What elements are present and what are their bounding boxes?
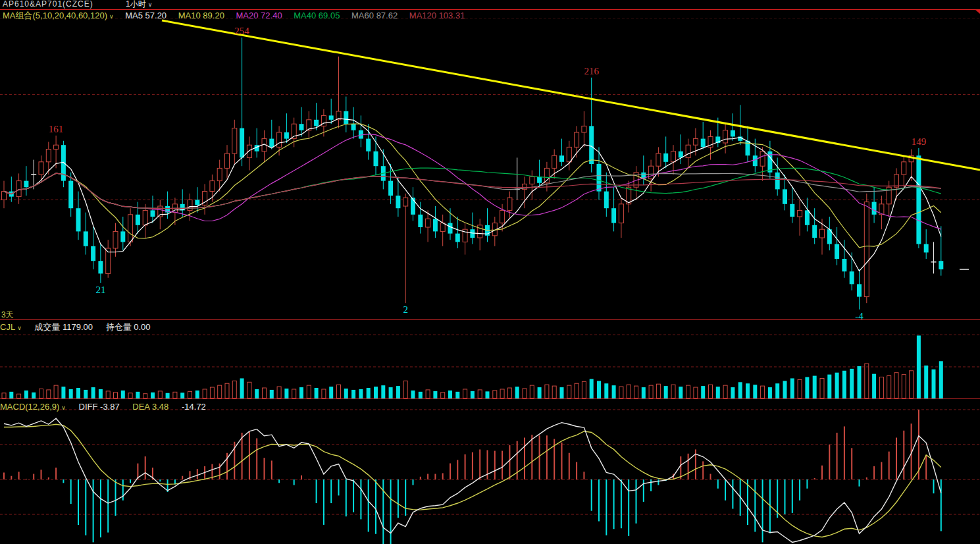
diff-readout: DIFF -3.87 — [79, 402, 120, 412]
macd-value-readout: -14.72 — [182, 402, 206, 412]
volume-indicator-selector[interactable]: CJL∨ — [0, 322, 22, 332]
ma-indicator-bar: MA组合(5,10,20,40,60,120)∨ MA5 57.20 MA10 … — [0, 11, 980, 20]
ma-indicator-selector[interactable]: MA组合(5,10,20,40,60,120)∨ — [3, 11, 114, 20]
svg-text:3天: 3天 — [1, 310, 14, 319]
macd-indicator-name: MACD(12,26,9) — [0, 402, 59, 412]
svg-text:161: 161 — [49, 124, 64, 134]
trading-terminal: AP610&AP701(CZCE) 1小时∨ MA组合(5,10,20,40,6… — [0, 0, 980, 544]
timeframe-label: 1小时 — [126, 0, 146, 9]
ma5-readout: MA5 57.20 — [125, 11, 167, 20]
title-bar: AP610&AP701(CZCE) 1小时∨ — [0, 0, 980, 10]
ma20-readout: MA20 72.40 — [236, 11, 282, 20]
chevron-down-icon: ∨ — [17, 325, 22, 331]
svg-text:149: 149 — [912, 136, 927, 147]
open-interest-readout: 持仓量 0.00 — [106, 322, 151, 332]
ma40-readout: MA40 69.05 — [294, 11, 340, 20]
dea-readout: DEA 3.48 — [132, 402, 168, 412]
svg-text:2: 2 — [403, 304, 408, 315]
ma120-readout: MA120 103.31 — [409, 11, 465, 20]
svg-text:216: 216 — [584, 66, 599, 76]
volume-indicator-name: CJL — [0, 322, 15, 332]
svg-text:-4: -4 — [855, 311, 864, 321]
chevron-down-icon: ∨ — [61, 404, 66, 411]
volume-readout: 成交量 1179.00 — [34, 322, 93, 332]
macd-panel-bar: MACD(12,26,9)∨ DIFF -3.87 DEA 3.48 -14.7… — [0, 402, 980, 412]
right-edge-marker — [975, 10, 980, 14]
ma-indicator-name: MA组合(5,10,20,40,60,120) — [3, 11, 107, 20]
timeframe-selector[interactable]: 1小时∨ — [126, 0, 152, 9]
svg-text:21: 21 — [95, 285, 105, 295]
contract-symbol: AP610&AP701(CZCE) — [3, 0, 93, 9]
chart-canvas[interactable]: 161254216149212-43天 — [0, 0, 980, 544]
ma10-readout: MA10 89.20 — [178, 11, 224, 20]
chevron-down-icon: ∨ — [148, 1, 153, 8]
svg-text:254: 254 — [234, 26, 249, 36]
chevron-down-icon: ∨ — [109, 13, 114, 20]
volume-panel-bar: CJL∨ 成交量 1179.00 持仓量 0.00 — [0, 322, 980, 332]
macd-indicator-selector[interactable]: MACD(12,26,9)∨ — [0, 402, 66, 412]
ma60-readout: MA60 87.62 — [351, 11, 398, 20]
